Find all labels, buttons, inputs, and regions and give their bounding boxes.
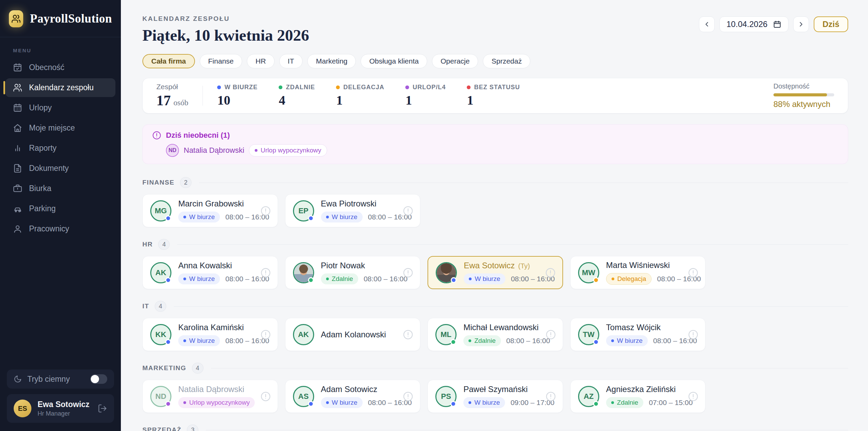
status-badge: Zdalnie [463,335,501,346]
person-card[interactable]: AK Anna Kowalski W biurze 08:00 – 16:00 [142,256,278,289]
sidebar-item-pracownicy[interactable]: Pracownicy [5,219,115,238]
filter-chip[interactable]: Sprzedaż [483,54,530,68]
info-icon[interactable] [545,268,556,278]
avatar: PN [293,262,314,283]
main-content: KALENDARZ ZESPOŁU Piątek, 10 kwietnia 20… [121,0,868,431]
status-dot [255,149,257,152]
department-section: IT 4 KK Karolina Kamiński W biurze 08:00… [142,301,848,351]
info-icon[interactable] [546,391,556,402]
person-card[interactable]: AK Adam Kolanowski [285,318,421,351]
info-icon[interactable] [403,268,413,278]
stat-item: W BIURZE 10 [217,84,257,108]
nav-icon [13,184,22,193]
presence-dot [593,401,599,407]
date-input[interactable]: 10.04.2026 [719,16,788,32]
person-card[interactable]: ES Ewa Sotowicz (Ty) W biurze 08:00 – 16… [428,256,563,289]
nav-icon [13,63,22,72]
moon-icon [14,375,22,383]
person-card[interactable]: AS Adam Sotowicz W biurze 08:00 – 16:00 [285,380,421,413]
avatar: MG [150,200,171,221]
avatar: AS [293,386,314,407]
avatar-initials: AK [298,330,309,339]
filter-chip[interactable]: Operacje [432,54,478,68]
person-card[interactable]: MW Marta Wiśniewski Delegacja 08:00 – 16… [570,256,706,289]
person-card[interactable]: PS Paweł Szymański W biurze 09:00 – 17:0… [428,380,563,413]
person-card[interactable]: TW Tomasz Wójcik W biurze 08:00 – 16:00 [570,318,706,351]
avatar: ND [150,386,171,407]
today-button[interactable]: Dziś [814,16,848,32]
status-badge: W biurze [463,397,505,408]
divider [202,86,203,106]
dark-mode-toggle[interactable] [90,374,107,384]
sidebar-item-obecność[interactable]: Obecność [5,58,115,77]
sidebar-item-label: Biurka [29,184,51,193]
status-label: W biurze [475,275,500,283]
info-icon[interactable] [261,206,271,216]
status-dot [611,401,614,404]
absent-person-name[interactable]: Natalia Dąbrowski [184,146,244,155]
status-badge: W biurze [321,397,363,408]
info-icon[interactable] [261,391,271,402]
info-icon[interactable] [688,268,698,278]
status-dot [468,401,471,404]
person-card[interactable]: MG Marcin Grabowski W biurze 08:00 – 16:… [142,194,278,227]
people-grid: KK Karolina Kamiński W biurze 08:00 – 16… [142,318,848,351]
status-label: W biurze [189,213,215,221]
prev-day-button[interactable] [699,16,715,32]
info-icon[interactable] [261,268,271,278]
filter-chip[interactable]: Finanse [200,54,242,68]
divider [206,430,848,430]
person-name: Ewa Sotowicz [464,261,515,270]
people-grid: MG Marcin Grabowski W biurze 08:00 – 16:… [142,194,848,227]
sidebar-item-kalendarz-zespołu[interactable]: Kalendarz zespołu [5,78,115,97]
sidebar-item-dokumenty[interactable]: Dokumenty [5,159,115,178]
info-icon[interactable] [403,206,413,216]
info-icon[interactable] [403,329,413,340]
nav-icon [13,144,22,153]
person-card[interactable]: ML Michał Lewandowski Zdalnie 08:00 – 16… [428,318,563,351]
sidebar-item-parking[interactable]: Parking [5,199,115,218]
logout-icon[interactable] [98,404,107,413]
filter-chip[interactable]: Cała firma [142,54,195,68]
current-user-card[interactable]: ES Ewa Sotowicz Hr Manager [7,394,114,423]
next-day-button[interactable] [793,16,809,32]
work-hours: 08:00 – 16:00 [364,275,407,283]
presence-dot [165,277,171,283]
people-grid: ND Natalia Dąbrowski Urlop wypoczynkowy … [142,380,848,413]
department-name: SPRZEDAŻ [142,426,181,431]
avatar: ND [166,144,179,157]
filter-chip[interactable]: Obsługa klienta [361,54,427,68]
info-icon[interactable] [403,391,413,402]
team-label: Zespół [156,83,188,91]
dark-mode-label: Tryb ciemny [27,375,85,384]
info-icon[interactable] [688,391,698,402]
briefcase-icon [13,184,22,193]
filter-chip[interactable]: IT [279,54,303,68]
user-name: Ewa Sotowicz [38,400,92,409]
person-card[interactable]: ND Natalia Dąbrowski Urlop wypoczynkowy [142,380,278,413]
status-badge: Zdalnie [606,397,643,408]
info-icon[interactable] [688,329,698,340]
department-filters: Cała firmaFinanseHRITMarketingObsługa kl… [142,54,848,68]
sidebar-item-moje-miejsce[interactable]: Moje miejsce [5,119,115,137]
presence-dot [593,277,599,283]
filter-chip[interactable]: HR [247,54,274,68]
calendar-icon [13,103,22,112]
sidebar-item-urlopy[interactable]: Urlopy [5,98,115,117]
brand-logo-icon [9,10,23,27]
stat-value: 4 [279,93,315,108]
person-name: Karolina Kamiński [178,323,244,332]
person-card[interactable]: EP Ewa Piotrowski W biurze 08:00 – 16:00 [285,194,421,227]
status-label: W biurze [617,337,643,345]
sidebar-item-raporty[interactable]: Raporty [5,139,115,158]
date-controls: 10.04.2026 Dziś [699,16,848,32]
avatar: ES [436,262,457,283]
person-card[interactable]: AZ Agnieszka Zieliński Zdalnie 07:00 – 1… [570,380,706,413]
filter-chip[interactable]: Marketing [307,54,356,68]
sidebar-item-biurka[interactable]: Biurka [5,179,115,198]
info-icon[interactable] [261,329,271,340]
info-icon[interactable] [546,329,556,340]
person-card[interactable]: PN Piotr Nowak Zdalnie 08:00 – 16:00 [285,256,421,289]
person-card[interactable]: KK Karolina Kamiński W biurze 08:00 – 16… [142,318,278,351]
status-dot [183,278,186,280]
